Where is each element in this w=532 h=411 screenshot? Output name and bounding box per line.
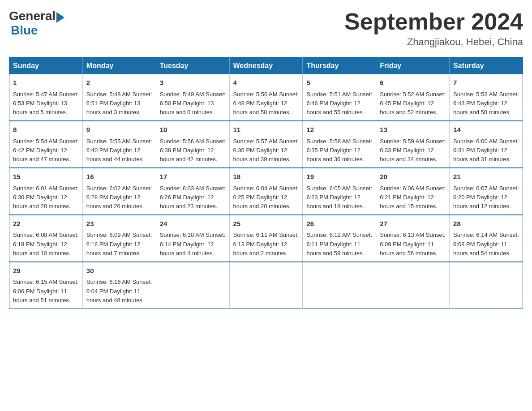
calendar-day-cell: 28Sunrise: 6:14 AM Sunset: 6:08 PM Dayli… [450,215,523,262]
calendar-empty-cell [303,262,376,308]
calendar-day-cell: 15Sunrise: 6:01 AM Sunset: 6:30 PM Dayli… [9,168,83,215]
day-number: 11 [233,125,299,135]
calendar-day-cell: 17Sunrise: 6:03 AM Sunset: 6:26 PM Dayli… [156,168,229,215]
calendar-day-cell: 2Sunrise: 5:48 AM Sunset: 6:51 PM Daylig… [82,74,156,121]
day-number: 24 [160,219,226,229]
day-number: 12 [306,125,372,135]
calendar-day-cell: 19Sunrise: 6:05 AM Sunset: 6:23 PM Dayli… [303,168,376,215]
day-info: Sunrise: 5:51 AM Sunset: 6:46 PM Dayligh… [306,90,372,117]
calendar-empty-cell [156,262,229,308]
day-number: 27 [380,219,446,229]
calendar-day-cell: 18Sunrise: 6:04 AM Sunset: 6:25 PM Dayli… [229,168,303,215]
day-info: Sunrise: 6:03 AM Sunset: 6:26 PM Dayligh… [160,184,226,211]
day-info: Sunrise: 6:14 AM Sunset: 6:08 PM Dayligh… [453,231,519,257]
calendar-day-cell: 1Sunrise: 5:47 AM Sunset: 6:53 PM Daylig… [9,74,83,121]
day-number: 9 [86,125,152,135]
day-info: Sunrise: 5:52 AM Sunset: 6:45 PM Dayligh… [380,90,446,117]
day-of-week-header: Saturday [450,57,523,75]
day-info: Sunrise: 6:00 AM Sunset: 6:31 PM Dayligh… [453,137,519,164]
day-number: 23 [86,219,152,229]
calendar-day-cell: 11Sunrise: 5:57 AM Sunset: 6:36 PM Dayli… [229,121,303,168]
calendar-empty-cell [450,262,523,308]
day-number: 18 [233,172,299,182]
calendar-day-cell: 7Sunrise: 5:53 AM Sunset: 6:43 PM Daylig… [450,74,523,121]
day-number: 5 [306,78,372,88]
day-of-week-header: Sunday [9,57,83,75]
calendar-day-cell: 25Sunrise: 6:11 AM Sunset: 6:13 PM Dayli… [229,215,303,262]
calendar-week-row: 15Sunrise: 6:01 AM Sunset: 6:30 PM Dayli… [9,168,523,215]
day-of-week-header: Thursday [303,57,376,75]
day-info: Sunrise: 5:47 AM Sunset: 6:53 PM Dayligh… [13,90,79,117]
calendar-day-cell: 9Sunrise: 5:55 AM Sunset: 6:40 PM Daylig… [82,121,156,168]
calendar-day-cell: 8Sunrise: 5:54 AM Sunset: 6:42 PM Daylig… [9,121,83,168]
day-number: 15 [13,172,79,182]
day-info: Sunrise: 6:11 AM Sunset: 6:13 PM Dayligh… [233,231,299,257]
logo-arrow-icon [56,12,64,23]
day-info: Sunrise: 5:59 AM Sunset: 6:33 PM Dayligh… [380,137,446,164]
logo-blue-text: Blue [11,23,64,38]
calendar-day-cell: 13Sunrise: 5:59 AM Sunset: 6:33 PM Dayli… [376,121,450,168]
day-info: Sunrise: 6:13 AM Sunset: 6:09 PM Dayligh… [380,231,446,257]
day-info: Sunrise: 6:09 AM Sunset: 6:16 PM Dayligh… [86,231,152,257]
day-info: Sunrise: 5:57 AM Sunset: 6:36 PM Dayligh… [233,137,299,164]
day-info: Sunrise: 5:48 AM Sunset: 6:51 PM Dayligh… [86,90,152,117]
day-info: Sunrise: 6:05 AM Sunset: 6:23 PM Dayligh… [306,184,372,211]
day-number: 10 [160,125,226,135]
page-header: General Blue September 2024 Zhangjiakou,… [9,9,523,48]
day-number: 30 [86,266,152,276]
calendar-day-cell: 10Sunrise: 5:56 AM Sunset: 6:38 PM Dayli… [156,121,229,168]
calendar-day-cell: 30Sunrise: 6:16 AM Sunset: 6:04 PM Dayli… [82,262,156,308]
title-section: September 2024 Zhangjiakou, Hebei, China [344,9,523,48]
day-info: Sunrise: 5:56 AM Sunset: 6:38 PM Dayligh… [160,137,226,164]
day-info: Sunrise: 6:01 AM Sunset: 6:30 PM Dayligh… [13,184,79,211]
calendar-day-cell: 16Sunrise: 6:02 AM Sunset: 6:28 PM Dayli… [82,168,156,215]
day-number: 2 [86,78,152,88]
calendar-day-cell: 20Sunrise: 6:06 AM Sunset: 6:21 PM Dayli… [376,168,450,215]
day-of-week-header: Friday [376,57,450,75]
day-number: 13 [380,125,446,135]
day-info: Sunrise: 6:10 AM Sunset: 6:14 PM Dayligh… [160,231,226,257]
day-info: Sunrise: 6:04 AM Sunset: 6:25 PM Dayligh… [233,184,299,211]
calendar-day-cell: 12Sunrise: 5:58 AM Sunset: 6:35 PM Dayli… [303,121,376,168]
day-number: 26 [306,219,372,229]
calendar-day-cell: 21Sunrise: 6:07 AM Sunset: 6:20 PM Dayli… [450,168,523,215]
day-info: Sunrise: 6:12 AM Sunset: 6:11 PM Dayligh… [306,231,372,257]
day-info: Sunrise: 5:53 AM Sunset: 6:43 PM Dayligh… [453,90,519,117]
calendar-empty-cell [376,262,450,308]
day-info: Sunrise: 6:07 AM Sunset: 6:20 PM Dayligh… [453,184,519,211]
day-number: 1 [13,78,79,88]
calendar-day-cell: 14Sunrise: 6:00 AM Sunset: 6:31 PM Dayli… [450,121,523,168]
day-number: 7 [453,78,519,88]
day-info: Sunrise: 5:50 AM Sunset: 6:48 PM Dayligh… [233,90,299,117]
calendar-empty-cell [229,262,303,308]
calendar-day-cell: 4Sunrise: 5:50 AM Sunset: 6:48 PM Daylig… [229,74,303,121]
day-number: 28 [453,219,519,229]
day-number: 25 [233,219,299,229]
calendar-week-row: 1Sunrise: 5:47 AM Sunset: 6:53 PM Daylig… [9,74,523,121]
day-info: Sunrise: 5:55 AM Sunset: 6:40 PM Dayligh… [86,137,152,164]
day-of-week-header: Tuesday [156,57,229,75]
calendar-day-cell: 22Sunrise: 6:08 AM Sunset: 6:18 PM Dayli… [9,215,83,262]
day-info: Sunrise: 6:08 AM Sunset: 6:18 PM Dayligh… [13,231,79,257]
calendar-header-row: SundayMondayTuesdayWednesdayThursdayFrid… [9,57,523,75]
day-info: Sunrise: 5:58 AM Sunset: 6:35 PM Dayligh… [306,137,372,164]
day-number: 16 [86,172,152,182]
day-number: 19 [306,172,372,182]
calendar-table: SundayMondayTuesdayWednesdayThursdayFrid… [9,57,523,309]
day-info: Sunrise: 6:15 AM Sunset: 6:06 PM Dayligh… [13,278,79,304]
day-info: Sunrise: 5:49 AM Sunset: 6:50 PM Dayligh… [160,90,226,117]
calendar-day-cell: 6Sunrise: 5:52 AM Sunset: 6:45 PM Daylig… [376,74,450,121]
day-number: 21 [453,172,519,182]
month-title: September 2024 [344,9,523,34]
day-of-week-header: Wednesday [229,57,303,75]
calendar-week-row: 8Sunrise: 5:54 AM Sunset: 6:42 PM Daylig… [9,121,523,168]
calendar-day-cell: 24Sunrise: 6:10 AM Sunset: 6:14 PM Dayli… [156,215,229,262]
calendar-day-cell: 26Sunrise: 6:12 AM Sunset: 6:11 PM Dayli… [303,215,376,262]
day-of-week-header: Monday [82,57,156,75]
day-info: Sunrise: 6:02 AM Sunset: 6:28 PM Dayligh… [86,184,152,211]
day-info: Sunrise: 6:06 AM Sunset: 6:21 PM Dayligh… [380,184,446,211]
calendar-day-cell: 23Sunrise: 6:09 AM Sunset: 6:16 PM Dayli… [82,215,156,262]
day-number: 3 [160,78,226,88]
day-info: Sunrise: 5:54 AM Sunset: 6:42 PM Dayligh… [13,137,79,164]
calendar-day-cell: 3Sunrise: 5:49 AM Sunset: 6:50 PM Daylig… [156,74,229,121]
